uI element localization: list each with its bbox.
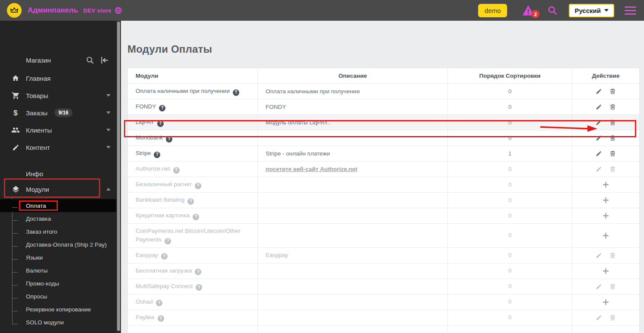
help-icon[interactable]: ? (158, 315, 164, 322)
help-icon[interactable]: ? (154, 152, 160, 158)
description-cell (258, 177, 448, 192)
install-icon[interactable] (603, 268, 609, 274)
sort-order-cell: 0 (448, 130, 572, 146)
delete-icon[interactable] (609, 283, 616, 290)
description-link[interactable]: посетите веб-сайт Authorize.net (266, 165, 357, 174)
sidebar-item-home[interactable]: Главная (0, 70, 121, 87)
language-selector[interactable]: Русский (569, 4, 614, 17)
edit-icon[interactable] (596, 104, 602, 110)
help-icon[interactable]: ? (193, 214, 199, 220)
sidebar-item-customers[interactable]: Клиенты (0, 121, 121, 139)
help-icon[interactable]: ? (161, 253, 168, 260)
table-row: Authorize.net?посетите веб-сайт Authoriz… (128, 162, 639, 177)
sidebar-search-icon[interactable] (86, 56, 94, 64)
module-name: Безналичный расчет (136, 181, 192, 187)
install-icon[interactable] (603, 197, 609, 203)
delete-icon[interactable] (609, 150, 616, 157)
sidebar-item-modules[interactable]: Модули (0, 181, 121, 197)
help-icon[interactable]: ? (195, 183, 201, 189)
install-icon[interactable] (603, 299, 609, 305)
help-icon[interactable]: ? (195, 269, 201, 275)
help-icon[interactable]: ? (173, 167, 180, 174)
app-logo[interactable] (7, 3, 22, 18)
edit-icon[interactable] (596, 119, 602, 126)
crown-icon (10, 6, 19, 15)
table-row: Bankkaart Betaling?0 (128, 193, 639, 208)
action-cell (572, 248, 639, 263)
tree-tick (12, 233, 18, 234)
edit-icon[interactable] (596, 314, 602, 321)
help-icon[interactable]: ? (196, 284, 202, 291)
chevron-down-icon (106, 111, 111, 114)
sidebar-item-content[interactable]: Контент (0, 139, 121, 156)
edit-icon[interactable] (596, 135, 602, 141)
module-name: Oshad (136, 298, 153, 305)
action-cell (572, 193, 639, 208)
app-title: Админпанель (28, 6, 78, 15)
sidebar-item-info[interactable]: Инфо (0, 166, 121, 181)
delete-icon[interactable] (609, 314, 616, 321)
header-search-button[interactable] (548, 6, 558, 16)
install-icon[interactable] (603, 181, 609, 188)
module-name: Оплата наличными при получении (136, 88, 230, 94)
action-cell (572, 224, 639, 247)
sidebar-subitem-payment[interactable]: Оплата (0, 199, 116, 212)
sidebar-subitem-languages[interactable]: Языки (0, 251, 116, 264)
sidebar-item-orders[interactable]: $Заказы9/16 (0, 104, 121, 121)
sidebar-item-label: Товары (26, 92, 48, 99)
sidebar-subitem-backup[interactable]: Резервное копирование (0, 303, 116, 316)
sidebar-scrollbar-thumb[interactable] (117, 22, 120, 331)
sidebar-item-label: Главная (26, 75, 51, 82)
edit-icon[interactable] (596, 252, 602, 259)
help-icon[interactable]: ? (156, 300, 162, 306)
help-icon[interactable]: ? (166, 136, 172, 143)
table-row: LiqPAY?Модуль оплаты LiqPAY..0 (128, 115, 639, 130)
delete-icon[interactable] (609, 166, 616, 172)
help-icon[interactable]: ? (187, 198, 194, 205)
sort-order-cell: 0 (448, 84, 572, 99)
delete-icon[interactable] (609, 252, 616, 259)
sidebar-scrollbar[interactable] (116, 21, 121, 333)
delete-icon[interactable] (609, 104, 616, 110)
sidebar-subitem-ship-2-pay[interactable]: Доставка-Оплата (Ship 2 Pay) (0, 238, 116, 251)
sidebar-subitem-label: Доставка (26, 216, 51, 222)
table-row: CoinPayments.net Bitcoin/Litecoin/Other … (128, 224, 639, 248)
module-cell: Easypay? (128, 248, 258, 263)
page-title: Модули Оплаты (127, 43, 644, 55)
delete-icon[interactable] (609, 88, 616, 95)
sidebar-subitem-label: Валюты (26, 267, 48, 274)
help-icon[interactable]: ? (157, 121, 164, 127)
help-icon[interactable]: ? (233, 89, 239, 96)
module-cell: Оплата наличными при получении? (128, 84, 258, 99)
help-icon[interactable]: ? (165, 238, 171, 244)
edit-icon[interactable] (596, 150, 602, 157)
module-cell: MultiSafepay Connect? (128, 279, 258, 294)
sidebar-subitem-shipping[interactable]: Доставка (0, 212, 116, 225)
edit-icon[interactable] (596, 88, 602, 95)
module-cell: LiqPAY? (128, 115, 258, 130)
menu-icon[interactable] (625, 6, 636, 15)
delete-icon[interactable] (609, 119, 616, 126)
sidebar-subitem-currencies[interactable]: Валюты (0, 264, 116, 277)
demo-button[interactable]: demo (478, 4, 508, 17)
store-link[interactable]: DEV store (83, 7, 111, 14)
edit-icon[interactable] (596, 166, 602, 172)
edit-icon[interactable] (596, 283, 602, 290)
sidebar-item-products[interactable]: Товары (0, 87, 121, 104)
sidebar-collapse-icon[interactable] (100, 56, 109, 64)
sidebar-subitem-surveys[interactable]: Опросы (0, 290, 116, 303)
delete-icon[interactable] (609, 135, 616, 141)
notifications-button[interactable]: 2 (522, 4, 535, 17)
sidebar-subitem-order-total[interactable]: Заказ итого (0, 225, 116, 238)
install-icon[interactable] (603, 232, 609, 239)
cart-icon (11, 92, 20, 100)
sidebar-item-label: Клиенты (26, 127, 52, 134)
module-cell: Безналичный расчет? (128, 177, 258, 192)
sidebar-subitem-solo-modules[interactable]: SOLO модули (0, 316, 116, 329)
description-cell: Оплата наличными при получении (258, 84, 448, 99)
help-icon[interactable]: ? (159, 105, 165, 111)
sidebar-subitem-promo-codes[interactable]: Промо-коды (0, 277, 116, 290)
globe-icon[interactable] (114, 6, 122, 14)
search-icon (548, 6, 558, 16)
install-icon[interactable] (603, 212, 609, 219)
